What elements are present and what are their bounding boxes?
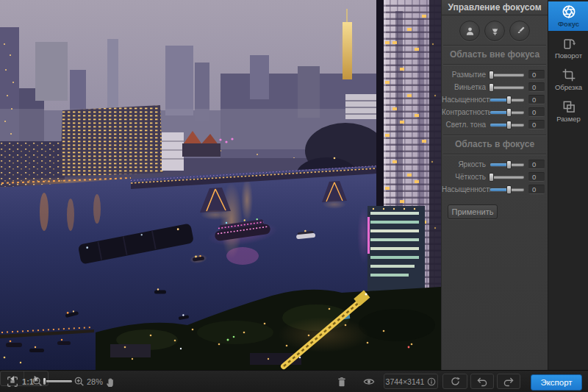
contrast-slider[interactable] (490, 111, 524, 114)
apply-button[interactable]: Применить (448, 204, 498, 219)
out-of-focus-section-title: Область вне фокуса (442, 46, 548, 64)
delete-image-button[interactable] (334, 374, 350, 389)
sharpness-slider-row: Чёткость 0 (442, 171, 548, 183)
bottom-toolbar: 1:1 28% (0, 370, 588, 392)
brightness-slider[interactable] (490, 163, 524, 166)
undo-icon (476, 376, 488, 387)
rotate-icon (562, 36, 576, 51)
show-original-button[interactable] (360, 374, 378, 389)
brush-focus-button[interactable] (509, 21, 530, 41)
sharpness-value[interactable]: 0 (528, 172, 545, 182)
highlights-label: Светл. тона (442, 121, 490, 129)
saturation-in-label: Насыщенность (442, 185, 490, 193)
export-button[interactable]: Экспорт (531, 374, 582, 391)
photo-editor-window: Управление фокусом (0, 0, 588, 392)
blur-slider-handle[interactable] (489, 71, 494, 79)
zoom-slider-handle[interactable] (43, 377, 46, 385)
portrait-focus-button[interactable] (459, 21, 480, 41)
brightness-label: Яркость (442, 160, 490, 168)
tool-focus-label: Фокус (558, 20, 579, 28)
zoom-out-icon (32, 376, 43, 388)
photo-bangkok-dusk-cityscape[interactable] (0, 0, 441, 370)
focus-mode-buttons (442, 15, 548, 45)
tool-rotate-label: Поворот (555, 51, 582, 60)
trash-icon (336, 376, 348, 388)
saturation-out-label: Насыщенность (442, 96, 490, 104)
reset-icon (450, 376, 461, 387)
vignette-slider-handle[interactable] (489, 83, 494, 92)
blur-slider-row: Размытие 0 (442, 68, 548, 81)
tool-focus[interactable]: Фокус (548, 1, 588, 31)
fit-screen-icon (6, 375, 19, 388)
macro-focus-button[interactable] (484, 21, 505, 41)
saturation-out-slider[interactable] (490, 99, 524, 101)
tool-rotate[interactable]: Поворот (548, 33, 588, 63)
sharpness-slider-handle[interactable] (489, 173, 494, 182)
brightness-value[interactable]: 0 (528, 160, 545, 169)
saturation-out-value[interactable]: 0 (528, 95, 545, 104)
brush-icon (514, 25, 526, 38)
zoom-slider[interactable] (43, 380, 72, 382)
photo-image (0, 0, 441, 370)
saturation-out-slider-row: Насыщенность 0 (442, 93, 548, 106)
vignette-value[interactable]: 0 (528, 82, 545, 92)
crop-icon (562, 68, 576, 82)
contrast-slider-handle[interactable] (506, 108, 512, 117)
saturation-in-value[interactable]: 0 (528, 185, 545, 194)
sharpness-slider[interactable] (490, 176, 524, 179)
panel-title: Управление фокусом (442, 0, 548, 15)
saturation-out-slider-handle[interactable] (506, 96, 512, 104)
saturation-in-slider-row: Насыщенность 0 (442, 183, 548, 196)
tool-resize-label: Размер (556, 115, 581, 123)
tools-rail: Фокус Поворот Обрезка Размер (548, 0, 588, 370)
flower-icon (489, 25, 501, 38)
blur-label: Размытие (442, 71, 490, 79)
image-size-info[interactable]: 3744×3141 (384, 374, 438, 389)
hand-icon (104, 376, 117, 388)
brightness-slider-handle[interactable] (506, 160, 512, 169)
hand-pan-button[interactable] (103, 374, 118, 389)
contrast-label: Контрастность (442, 108, 490, 116)
image-dimensions: 3744×3141 (386, 377, 425, 386)
eye-icon (362, 376, 376, 388)
saturation-in-slider[interactable] (490, 188, 524, 191)
reset-button[interactable] (442, 374, 467, 389)
highlights-slider-handle[interactable] (506, 121, 512, 129)
in-focus-sliders: Яркость 0 Чёткость 0 Насыщенность 0 (442, 154, 548, 196)
blur-slider[interactable] (490, 74, 524, 76)
out-of-focus-sliders: Размытие 0 Виньетка 0 Насыщенность 0 Кон… (442, 65, 548, 131)
tool-crop[interactable]: Обрезка (548, 65, 588, 94)
resize-icon (562, 99, 576, 114)
vignette-slider-row: Виньетка 0 (442, 81, 548, 93)
highlights-slider-row: Светл. тона 0 (442, 118, 548, 131)
sharpness-label: Чёткость (442, 173, 490, 181)
tool-crop-label: Обрезка (555, 83, 582, 91)
focus-adjustments-panel: Управление фокусом (441, 0, 548, 370)
redo-button[interactable] (497, 374, 520, 389)
undo-button[interactable] (470, 374, 494, 389)
brightness-slider-row: Яркость 0 (442, 158, 548, 171)
highlights-slider[interactable] (490, 124, 524, 126)
blur-value[interactable]: 0 (528, 70, 545, 79)
in-focus-section-title: Область в фокусе (442, 135, 548, 154)
contrast-slider-row: Контрастность 0 (442, 106, 548, 118)
vignette-slider[interactable] (490, 86, 524, 89)
vignette-label: Виньетка (442, 83, 490, 91)
tool-resize[interactable]: Размер (548, 96, 588, 126)
person-icon (464, 25, 476, 38)
highlights-value[interactable]: 0 (528, 120, 545, 129)
aperture-icon (562, 4, 576, 19)
info-icon (427, 377, 436, 386)
saturation-in-slider-handle[interactable] (506, 185, 512, 194)
redo-icon (503, 376, 514, 387)
fit-to-screen-button[interactable] (4, 374, 21, 390)
contrast-value[interactable]: 0 (528, 107, 545, 117)
